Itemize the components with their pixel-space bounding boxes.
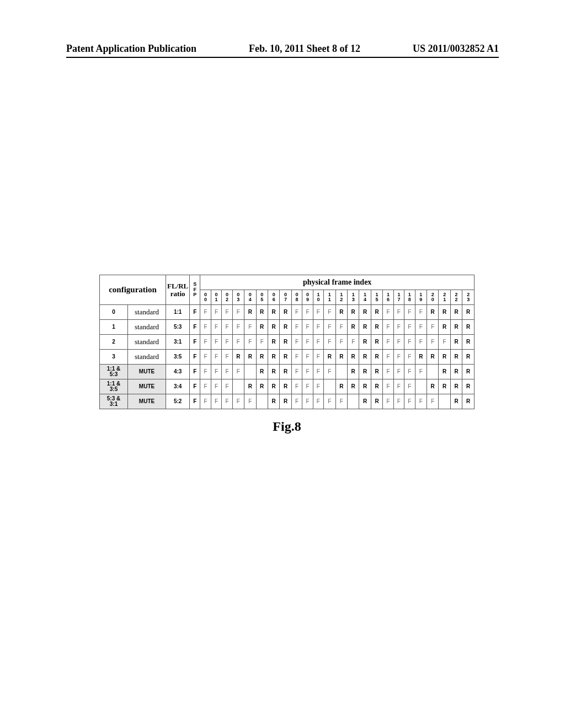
frame-cell: R	[450, 335, 462, 350]
th-index-09: 09	[302, 290, 313, 305]
frame-cell: R	[268, 365, 279, 379]
frame-cell: R	[427, 350, 439, 365]
th-index-05: 05	[256, 290, 268, 305]
th-index-22: 22	[450, 290, 462, 305]
frame-cell: R	[462, 365, 475, 379]
ratio-cell: 3:4	[166, 379, 190, 394]
frame-cell: R	[450, 320, 462, 335]
frame-cell: R	[439, 320, 450, 335]
frame-cell: F	[232, 394, 244, 409]
frame-cell: F	[404, 350, 415, 365]
frame-cell: R	[359, 320, 371, 335]
frame-cell: F	[232, 320, 244, 335]
frame-cell: R	[359, 394, 371, 409]
frame-cell: F	[415, 335, 427, 350]
frame-cell: F	[211, 350, 221, 365]
frame-cell: R	[347, 379, 359, 394]
cfg-id: 1	[100, 320, 128, 335]
th-index-06: 06	[268, 290, 279, 305]
frame-cell: F	[324, 305, 335, 320]
frame-cell: R	[280, 394, 291, 409]
frame-cell: R	[462, 350, 475, 365]
frame-cell: R	[256, 320, 268, 335]
frame-cell: F	[302, 350, 313, 365]
frame-cell: F	[291, 350, 302, 365]
header-mid: Feb. 10, 2011 Sheet 8 of 12	[249, 43, 360, 55]
frame-cell: R	[324, 350, 335, 365]
frame-cell: F	[211, 320, 221, 335]
frame-index-table: configuration FL/RL ratio S F P physical…	[99, 275, 475, 409]
frame-cell: R	[371, 335, 382, 350]
frame-cell: R	[256, 305, 268, 320]
frame-cell: R	[371, 379, 382, 394]
frame-cell: R	[462, 335, 475, 350]
frame-cell: R	[439, 365, 450, 379]
frame-cell: R	[450, 305, 462, 320]
cfg-type: MUTE	[128, 365, 166, 379]
frame-cell: F	[302, 365, 313, 379]
th-index-19: 19	[415, 290, 427, 305]
frame-cell: R	[268, 335, 279, 350]
frame-cell: F	[313, 320, 323, 335]
frame-cell: R	[244, 350, 256, 365]
head-row-1: configuration FL/RL ratio S F P physical…	[100, 275, 475, 290]
frame-cell: F	[415, 305, 427, 320]
frame-cell: R	[462, 379, 475, 394]
cfg-type: standard	[128, 335, 166, 350]
th-index-00: 00	[200, 290, 211, 305]
sfp-cell: F	[190, 365, 200, 379]
th-index-15: 15	[371, 290, 382, 305]
frame-cell: F	[244, 394, 256, 409]
frame-cell: F	[302, 379, 313, 394]
th-sfp: S F P	[190, 275, 200, 305]
th-index-20: 20	[427, 290, 439, 305]
frame-cell: R	[371, 394, 382, 409]
frame-cell: F	[383, 365, 393, 379]
frame-cell: R	[450, 394, 462, 409]
frame-cell: R	[256, 365, 268, 379]
th-index-11: 11	[324, 290, 335, 305]
th-index-17: 17	[393, 290, 404, 305]
frame-cell	[324, 379, 335, 394]
frame-cell: F	[393, 394, 404, 409]
frame-cell: R	[359, 335, 371, 350]
th-index-10: 10	[313, 290, 323, 305]
ratio-cell: 4:3	[166, 365, 190, 379]
frame-cell: R	[335, 379, 347, 394]
frame-cell: F	[256, 335, 268, 350]
frame-cell: R	[280, 379, 291, 394]
frame-cell: F	[211, 394, 221, 409]
th-index-23: 23	[462, 290, 475, 305]
sfp-l3: P	[193, 292, 196, 297]
frame-cell: F	[404, 320, 415, 335]
table-row: 5:3 &3:1MUTE5:2FFFFFFRRFFFFFRRFFFFFRR	[100, 394, 475, 409]
th-index-03: 03	[232, 290, 244, 305]
frame-cell: F	[222, 305, 232, 320]
header-left: Patent Application Publication	[66, 43, 196, 55]
table-body: 0standard1:1FFFFFRRRRFFFFRRRRFFFFRRRR1st…	[100, 305, 475, 409]
frame-cell: F	[200, 365, 211, 379]
frame-cell: R	[462, 320, 475, 335]
cfg-id: 3	[100, 350, 128, 365]
frame-cell: R	[359, 379, 371, 394]
frame-cell: F	[393, 320, 404, 335]
frame-cell: R	[359, 365, 371, 379]
frame-cell: F	[313, 365, 323, 379]
table-head: configuration FL/RL ratio S F P physical…	[100, 275, 475, 305]
frame-cell: F	[291, 394, 302, 409]
frame-cell: F	[313, 350, 323, 365]
frame-cell: F	[404, 394, 415, 409]
frame-cell: F	[222, 320, 232, 335]
frame-cell: F	[302, 320, 313, 335]
th-index-01: 01	[211, 290, 221, 305]
frame-cell: F	[427, 335, 439, 350]
frame-cell: R	[427, 379, 439, 394]
frame-cell: R	[427, 305, 439, 320]
frame-cell: R	[439, 350, 450, 365]
frame-cell: F	[291, 320, 302, 335]
frame-cell: F	[383, 394, 393, 409]
frame-cell: F	[404, 305, 415, 320]
ratio-cell: 3:5	[166, 350, 190, 365]
table-row: 1:1 &3:5MUTE3:4FFFFRRRRFFFRRRRFFFRRRR	[100, 379, 475, 394]
frame-cell: F	[335, 320, 347, 335]
